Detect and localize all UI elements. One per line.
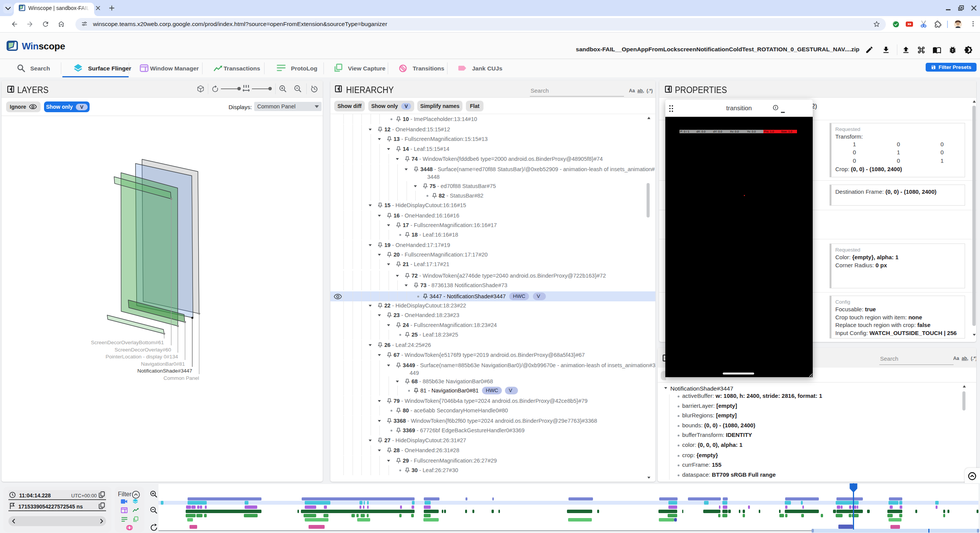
svg-text:PointerLocation - display 0#13: PointerLocation - display 0#134	[106, 354, 178, 360]
svg-text:NotificationShade#3447: NotificationShade#3447	[137, 368, 192, 374]
svg-text:Common Panel: Common Panel	[163, 375, 199, 381]
svg-text:ScreenDecorOverlayBottom#61: ScreenDecorOverlayBottom#61	[91, 340, 164, 345]
svg-text:ScreenDecorOverlay#60: ScreenDecorOverlay#60	[114, 347, 171, 353]
svg-text:NavigationBar0#81: NavigationBar0#81	[141, 361, 185, 367]
